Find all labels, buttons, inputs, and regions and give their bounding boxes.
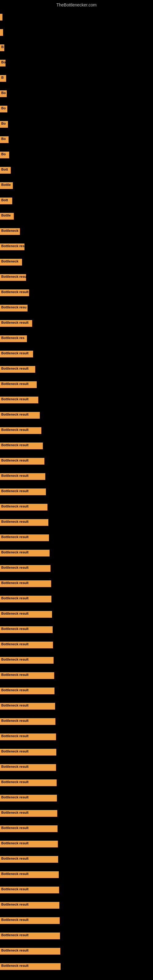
bar-row: Bottleneck result [0,963,61,970]
bar-row: Bottleneck resu [0,305,27,312]
bar-row: Bottleneck result [0,550,49,557]
bar-label: Bottleneck result [0,871,59,878]
bar-label: Bottleneck result [0,917,60,924]
bar-row: Bottleneck result [0,519,48,526]
bar-row: Bottleneck result [0,427,41,434]
bar-label: Bottle [0,213,14,220]
bar-label: Bottleneck result [0,687,54,694]
bar-row: Bottleneck result [0,672,54,679]
bar-label: Bottleneck result [0,611,52,618]
bar-row: Bottleneck result [0,565,51,572]
bar-label: Bottleneck result [0,381,37,388]
bar-row: Bottleneck result [0,856,58,863]
bar-label: Bottleneck result [0,841,58,847]
bar-label: Bo [0,121,8,128]
bar-row: Bottleneck result [0,780,57,786]
bar-row: Bott [0,167,11,173]
bar-label: Bottleneck result [0,641,53,648]
bar-label: Bo [0,136,9,143]
bar-label: Bo [0,90,7,97]
bar-label: Bottleneck result [0,886,59,893]
bar-label: Bottleneck result [0,412,40,418]
bar-label: Bottleneck result [0,626,53,633]
bar-row: Bottleneck [0,228,20,235]
bar-row: Bo [0,106,7,112]
bar-row: Bottleneck result [0,473,45,480]
bar-row: Bottleneck result [0,412,40,418]
bar-row [0,29,3,36]
bar-row: Bottle [0,213,14,220]
bar-row: B [0,75,6,82]
bar-label: Bottleneck result [0,519,48,526]
bar-label: Bottleneck result [0,565,51,572]
bar-label: Bottleneck result [0,810,57,817]
bar-row: Bottleneck result [0,825,57,832]
bar-label: Bottleneck result [0,932,60,939]
bar-label: Bottleneck result [0,427,41,434]
bar-label: Bottleneck result [0,396,38,403]
site-title: TheBottlenecker.com [56,2,97,7]
bar-row: Bottleneck result [0,932,60,939]
bar-row: Bottleneck result [0,733,56,740]
bar-row: Bottleneck result [0,687,54,694]
bar-label: Bottleneck result [0,749,56,756]
bar-row: Bottleneck res [0,335,27,342]
bar-label: Bottleneck result [0,733,56,740]
bar-label: Bo [0,106,7,112]
bar-label: Bottleneck result [0,963,61,970]
bar-label: Bottleneck result [0,351,33,357]
bar-label: Bottleneck result [0,703,55,710]
bar-row: Bottleneck result [0,902,59,908]
bar-label: Bottleneck [0,228,20,235]
bar-label: Bottleneck result [0,442,43,449]
bar-row: Bottleneck result [0,703,55,710]
bar-row: Bottleneck result [0,488,46,495]
bar-row: Bottleneck result [0,641,53,648]
bar-label: Bottleneck result [0,780,57,786]
bar-label: Bottleneck result [0,718,56,725]
bar-row: Bottleneck result [0,657,54,663]
bar-label: Bottleneck result [0,672,54,679]
bar-row: B [0,45,4,51]
bar-label: Bottleneck result [0,550,49,557]
bar-label: Bottleneck result [0,795,57,802]
bar-label: Bottleneck result [0,366,35,373]
bar-row: Bottleneck result [0,458,45,465]
bar-row: Bottleneck result [0,596,51,602]
bar-label: Bott [0,197,12,204]
bar-label: Bottleneck result [0,290,29,296]
bar-label: Bottleneck result [0,902,59,908]
bar-row: Bottleneck result [0,841,58,847]
bar-label: Bottleneck result [0,535,49,541]
bar-label: Bottleneck result [0,825,57,832]
bar-row: Bottleneck result [0,381,37,388]
bar-row: Bottleneck result [0,810,57,817]
bar-row: Bottleneck result [0,795,57,802]
bar-row: Bottleneck result [0,366,35,373]
bar-label: Bo [0,60,5,67]
bar-label [0,14,2,21]
bar-row: Bottleneck result [0,948,60,955]
bar-label: Bottleneck result [0,488,46,495]
bar-label: Bottleneck result [0,764,56,771]
bar-row: Bottleneck result [0,535,49,541]
bar-row: Bottle [0,182,13,189]
bar-label: Bottleneck result [0,473,45,480]
bar-label: Bottleneck result [0,596,51,602]
bar-label: B [0,75,6,82]
bar-label: Bottleneck result [0,580,51,587]
bar-row: Bottleneck result [0,917,60,924]
bar-row: Bo [0,136,9,143]
bar-row: Bottleneck result [0,749,56,756]
bar-label: Bottleneck result [0,657,54,663]
bar-row [0,14,2,21]
bar-label: Bottleneck result [0,948,60,955]
bar-row: Bottleneck result [0,351,33,357]
bar-label: B [0,45,4,51]
bar-label: Bottleneck result [0,320,32,327]
bar-row: Bottleneck result [0,580,51,587]
bar-row: Bottleneck result [0,442,43,449]
bar-label: Bottleneck result [0,504,48,511]
bar-row: Bottleneck result [0,290,29,296]
bar-row: Bottleneck result [0,320,32,327]
